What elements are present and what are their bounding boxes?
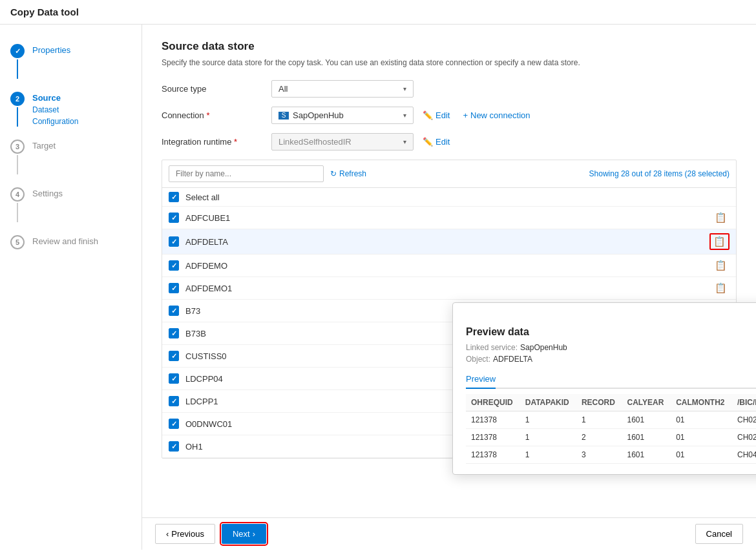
step-circle-review: 5 <box>10 235 25 249</box>
cell-ohrequid-0: 121378 <box>466 411 520 429</box>
items-info: Showing 28 out of 28 items (28 selected) <box>589 169 730 178</box>
item-name-2: ADFDEMO <box>185 261 712 271</box>
select-all-label: Select all <box>185 192 730 202</box>
item-checkbox-2[interactable] <box>169 260 179 271</box>
item-checkbox-7[interactable] <box>169 373 179 384</box>
integration-runtime-select[interactable]: LinkedSelfhostedIR ▾ <box>271 133 414 151</box>
edit-runtime-icon: ✏️ <box>423 137 433 147</box>
cell-calmonth2-0: 01 <box>671 411 732 429</box>
table-row: 121378 1 3 1601 01 CH04 AM <box>466 446 756 464</box>
item-checkbox-9[interactable] <box>169 419 179 429</box>
list-item[interactable]: ADFDEMO1 📋 <box>162 277 736 300</box>
item-checkbox-0[interactable] <box>169 213 179 223</box>
step-circle-source: 2 <box>10 92 25 106</box>
sap-flag-icon: S <box>278 112 289 120</box>
edit-connection-button[interactable]: ✏️ Edit <box>419 108 454 123</box>
sidebar-step-settings[interactable]: 4 Settings <box>0 181 142 229</box>
source-type-label: Source type <box>162 84 265 94</box>
step-label-source: Source <box>32 92 78 103</box>
col-header-bic-pbook: /BIC/PBOOK <box>732 394 756 411</box>
bottom-bar: ‹ Previous Next › Cancel <box>142 517 756 550</box>
step-line-1 <box>17 59 18 79</box>
main-content: Source data store Specify the source dat… <box>142 25 756 550</box>
preview-btn-3[interactable]: 📋 <box>712 281 730 295</box>
integration-runtime-label: Integration runtime * <box>162 137 265 147</box>
preview-btn-2[interactable]: 📋 <box>712 258 730 273</box>
col-header-ohrequid: OHREQUID <box>466 394 520 411</box>
list-item[interactable]: ADFDEMO 📋 <box>162 255 736 277</box>
select-all-row[interactable]: Select all <box>162 188 736 207</box>
cell-pbook-1: CH02 <box>732 429 756 446</box>
source-type-chevron: ▾ <box>403 85 406 92</box>
cell-record-1: 2 <box>576 429 622 446</box>
item-checkbox-10[interactable] <box>169 441 179 452</box>
previous-button[interactable]: ‹ Previous <box>155 524 215 544</box>
item-name-3: ADFDEMO1 <box>185 284 712 293</box>
cell-calyear-2: 1601 <box>622 446 671 464</box>
linked-service-value: SapOpenHub <box>520 343 567 352</box>
integration-runtime-value: LinkedSelfhostedIR <box>278 137 352 147</box>
cell-record-0: 1 <box>576 411 622 429</box>
table-row: 121378 1 1 1601 01 CH02 AM <box>466 411 756 429</box>
col-header-calyear: CALYEAR <box>622 394 671 411</box>
preview-btn-0[interactable]: 📋 <box>712 211 730 225</box>
item-name-1: ADFDELTA <box>185 237 709 247</box>
cell-pbook-0: CH02 <box>732 411 756 429</box>
list-item[interactable]: ADFCUBE1 📋 <box>162 207 736 229</box>
preview-panel-title: Preview data <box>466 326 756 338</box>
item-name-0: ADFCUBE1 <box>185 213 712 223</box>
edit-runtime-button[interactable]: ✏️ Edit <box>419 134 454 149</box>
cell-pbook-2: CH04 <box>732 446 756 464</box>
sidebar-sublabel-dataset[interactable]: Dataset <box>32 105 78 114</box>
object-label: Object: <box>466 355 490 364</box>
preview-btn-1[interactable]: 📋 <box>709 233 730 250</box>
step-circle-target: 3 <box>10 140 25 154</box>
refresh-icon: ↻ <box>330 169 337 178</box>
preview-panel: ⤢ ✕ Preview data Linked service: SapOpen… <box>452 302 756 475</box>
step-line-3 <box>17 155 18 174</box>
step-label-review: Review and finish <box>32 235 98 246</box>
cell-datapakid-0: 1 <box>520 411 576 429</box>
cancel-button[interactable]: Cancel <box>695 524 743 544</box>
step-label-settings: Settings <box>32 187 63 198</box>
filter-input[interactable] <box>169 165 324 182</box>
connection-select[interactable]: S SapOpenHub ▾ <box>271 107 414 124</box>
item-checkbox-4[interactable] <box>169 306 179 316</box>
preview-tab[interactable]: Preview <box>466 370 496 389</box>
col-header-calmonth2: CALMONTH2 <box>671 394 732 411</box>
table-row: 121378 1 2 1601 01 CH02 AM <box>466 429 756 446</box>
section-desc: Specify the source data store for the co… <box>162 58 737 67</box>
item-checkbox-1[interactable] <box>169 236 179 247</box>
select-all-checkbox[interactable] <box>169 192 179 202</box>
cell-datapakid-2: 1 <box>520 446 576 464</box>
sidebar-step-target[interactable]: 3 Target <box>0 133 142 181</box>
item-checkbox-6[interactable] <box>169 351 179 361</box>
sidebar-step-properties[interactable]: ✓ Properties <box>0 37 142 85</box>
list-item[interactable]: ADFDELTA 📋 <box>162 229 736 255</box>
refresh-button[interactable]: ↻ Refresh <box>330 169 366 178</box>
step-label-target: Target <box>32 140 56 151</box>
object-value: ADFDELTA <box>493 355 532 364</box>
item-checkbox-5[interactable] <box>169 328 179 338</box>
sidebar-step-review[interactable]: 5 Review and finish <box>0 229 142 256</box>
step-line-4 <box>17 203 18 222</box>
plus-icon: + <box>463 110 468 120</box>
prev-chevron-icon: ‹ <box>166 529 169 539</box>
app-title: Copy Data tool <box>0 0 756 25</box>
sidebar-sublabel-configuration[interactable]: Configuration <box>32 117 78 126</box>
runtime-chevron: ▾ <box>403 138 406 145</box>
cell-datapakid-1: 1 <box>520 429 576 446</box>
col-header-record: RECORD <box>576 394 622 411</box>
connection-chevron: ▾ <box>403 112 406 119</box>
cell-calyear-1: 1601 <box>622 429 671 446</box>
step-circle-settings: 4 <box>10 187 25 202</box>
cell-ohrequid-1: 121378 <box>466 429 520 446</box>
sidebar-step-source[interactable]: 2 Source Dataset Configuration <box>0 85 142 133</box>
connection-value: SapOpenHub <box>293 110 344 120</box>
source-type-select[interactable]: All ▾ <box>271 80 414 98</box>
next-button[interactable]: Next › <box>222 524 266 544</box>
cell-record-2: 3 <box>576 446 622 464</box>
new-connection-button[interactable]: + New connection <box>459 108 534 123</box>
item-checkbox-8[interactable] <box>169 396 179 406</box>
item-checkbox-3[interactable] <box>169 283 179 293</box>
